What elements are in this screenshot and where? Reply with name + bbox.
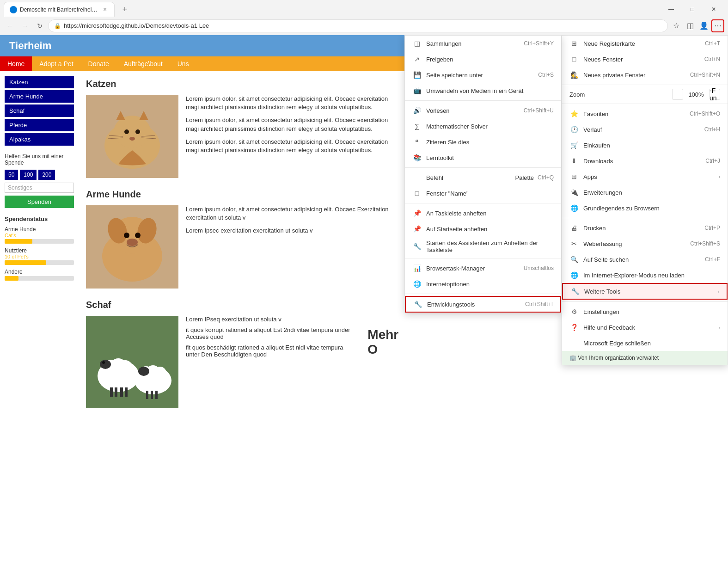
submenu-freigeben[interactable]: ↗ Freigeben	[405, 51, 561, 67]
svg-rect-39	[151, 391, 153, 399]
sidebar-hunde-btn[interactable]: Arme Hunde	[5, 90, 74, 103]
page-wrapper: Tierheim Home Adopt a Pet Donate Aufträg…	[0, 35, 728, 565]
svg-point-25	[118, 360, 133, 375]
menu-edge-schliessen[interactable]: Microsoft Edge schließen	[562, 335, 728, 351]
menu-neue-registerkarte[interactable]: ⊞ Neue Registerkarte Ctrl+T	[562, 36, 728, 51]
submenu-divider-3	[405, 203, 561, 203]
menu-suchen[interactable]: 🔍 Auf Seite suchen Ctrl+F	[562, 252, 728, 267]
edge-schliessen-label: Microsoft Edge schließen	[583, 340, 720, 347]
nav-home[interactable]: Home	[0, 56, 32, 71]
seite-speichern-icon: 💾	[412, 70, 422, 80]
downloads-shortcut: Ctrl+J	[705, 158, 720, 164]
tab-close-btn[interactable]: ✕	[101, 6, 109, 13]
tab-title: Demoseite mit Barrierefreiheit issu0<	[20, 6, 98, 13]
sammlungen-icon: ◫	[412, 39, 422, 48]
submenu-startseite[interactable]: 📌 Auf Startseite anheften	[405, 221, 561, 237]
menu-grundlegendes[interactable]: 🌐 Grundlegendes zu Browsern	[562, 200, 728, 216]
nav-auftraege[interactable]: Aufträge\bout	[116, 56, 170, 71]
menu-weitere-tools[interactable]: 🔧 Weitere Tools ›	[562, 283, 728, 300]
vorlesen-label: Vorlesen	[426, 107, 524, 114]
zoom-minus-btn[interactable]: —	[672, 89, 683, 100]
refresh-btn[interactable]: ↻	[33, 19, 46, 32]
main-content: Katzen	[79, 71, 407, 416]
favorites-btn[interactable]: ☆	[670, 19, 683, 32]
submenu-lerntoolkit[interactable]: 📚 Lerntoolkit	[405, 150, 561, 166]
submenu-internetoptionen[interactable]: 🌐 Internetoptionen	[405, 276, 561, 292]
window-maximize-btn[interactable]: □	[682, 2, 703, 17]
taskleiste-icon: 📌	[412, 209, 422, 218]
submenu-taskmanager[interactable]: 📊 Browsertask-Manager Umschaltlos	[405, 260, 561, 276]
collections-btn[interactable]: ◫	[684, 19, 697, 32]
sidebar-alpakas-btn[interactable]: Alpakas	[5, 133, 74, 146]
svg-point-28	[102, 361, 105, 364]
svg-rect-31	[120, 387, 123, 397]
submenu-fenster-name[interactable]: □ Fenster "Name"	[405, 185, 561, 201]
submenu-seite-speichern[interactable]: 💾 Seite speichern unter Ctrl+S	[405, 67, 561, 83]
katzen-desc1: Lorem ipsum dolor, sit amet consectetur …	[186, 95, 399, 111]
hunde-section: Lorem ipsum dolor, sit amet consectetur …	[86, 205, 399, 289]
status-nutztiere-bar	[5, 260, 74, 265]
browser-tab[interactable]: Demoseite mit Barrierefreiheit issu0< ✕	[4, 2, 115, 17]
donate-100-btn[interactable]: 100	[20, 170, 37, 180]
menu-downloads[interactable]: ⬇ Downloads Ctrl+J	[562, 153, 728, 169]
website: Tierheim Home Adopt a Pet Donate Aufträg…	[0, 35, 407, 565]
verlauf-shortcut: Ctrl+H	[704, 126, 720, 133]
menu-einkaufen[interactable]: 🛒 Einkaufen	[562, 137, 728, 153]
startseite-label: Auf Startseite anheften	[426, 226, 554, 233]
hunde-title: Arme Hunde	[86, 189, 399, 200]
status-hunde-bar	[5, 239, 74, 244]
menu-hilfe[interactable]: ❓ Hilfe und Feedback ›	[562, 319, 728, 335]
sidebar-schaf-btn[interactable]: Schaf	[5, 104, 74, 117]
submenu-befehl[interactable]: Befehl Palette Ctrl+Q	[405, 170, 561, 185]
back-btn[interactable]: ←	[4, 19, 17, 32]
menu-weberfassung[interactable]: ✂ Weberfassung Ctrl+Shift+S	[562, 236, 728, 252]
submenu-vorlesen[interactable]: 🔊 Vorlesen Ctrl+Shift+U	[405, 103, 561, 118]
donate-50-btn[interactable]: 50	[5, 170, 18, 180]
browser-frame: Demoseite mit Barrierefreiheit issu0< ✕ …	[0, 0, 728, 565]
menu-einstellungen[interactable]: ⚙ Einstellungen	[562, 304, 728, 319]
submenu-sammlungen[interactable]: ◫ Sammlungen Ctrl+Shift+Y	[405, 36, 561, 51]
managed-icon: 🏢	[569, 355, 578, 361]
window-minimize-btn[interactable]: —	[661, 2, 682, 17]
window-close-btn[interactable]: ✕	[703, 2, 724, 17]
spenden-btn[interactable]: Spenden	[5, 196, 74, 208]
sidebar-pferde-btn[interactable]: Pferde	[5, 119, 74, 131]
address-input[interactable]: 🔒 https://microsoftedge.github.io/Demos/…	[48, 19, 668, 32]
site-header: Tierheim	[0, 35, 407, 56]
menu-apps[interactable]: ⊞ Apps ›	[562, 169, 728, 184]
submenu-medien[interactable]: 📺 Umwandeln von Medien in ein Gerät	[405, 83, 561, 98]
donate-200-btn[interactable]: 200	[38, 170, 55, 180]
new-tab-btn[interactable]: +	[118, 3, 131, 16]
menu-verlauf[interactable]: 🕐 Verlauf Ctrl+H	[562, 122, 728, 137]
mehr-label: Mehr O	[367, 327, 399, 357]
menu-neues-fenster[interactable]: □ Neues Fenster Ctrl+N	[562, 51, 728, 67]
seite-speichern-label: Seite speichern unter	[426, 72, 538, 79]
fenster-name-label: Fenster "Name"	[426, 190, 554, 197]
menu-neues-privates-fenster[interactable]: 🕵 Neues privates Fenster Ctrl+Shift+N	[562, 67, 728, 83]
weitere-tools-icon: 🔧	[570, 287, 580, 296]
nav-adopt[interactable]: Adopt a Pet	[32, 56, 80, 71]
nav-donate[interactable]: Donate	[81, 56, 116, 71]
submenu-entwicklungstools[interactable]: 🔧 Entwicklungstools Ctrl+Shift+I	[405, 296, 561, 313]
profile-btn[interactable]: 👤	[697, 19, 710, 32]
neues-fenster-icon: □	[569, 55, 579, 64]
menu-erweiterungen[interactable]: 🔌 Erweiterungen	[562, 184, 728, 200]
menu-ie-modus[interactable]: 🌐 Im Internet-Explorer-Modus neu laden	[562, 267, 728, 283]
svg-point-6	[135, 129, 140, 134]
address-bar: ← → ↻ 🔒 https://microsoftedge.github.io/…	[0, 17, 728, 35]
submenu-math[interactable]: ∑ Mathematischer Solver	[405, 118, 561, 134]
more-btn[interactable]: ⋯	[711, 19, 724, 32]
svg-rect-40	[155, 391, 158, 399]
sidebar-katzen-btn[interactable]: Katzen	[5, 76, 74, 88]
submenu-assistent[interactable]: 🔧 Starten des Assistenten zum Anheften d…	[405, 237, 561, 256]
menu-drucken[interactable]: 🖨 Drucken Ctrl+P	[562, 220, 728, 236]
entwicklungstools-shortcut: Ctrl+Shift+I	[525, 301, 553, 307]
submenu-taskleiste[interactable]: 📌 An Taskleiste anheften	[405, 205, 561, 221]
menu-favoriten[interactable]: ⭐ Favoriten Ctrl+Shift+O	[562, 106, 728, 122]
nav-uns[interactable]: Uns	[170, 56, 196, 71]
zoom-plus-btn[interactable]: -F un	[709, 89, 720, 100]
donate-input[interactable]	[5, 183, 74, 193]
forward-btn[interactable]: →	[18, 19, 31, 32]
submenu-zitieren[interactable]: ❝ Zitieren Sie dies	[405, 134, 561, 150]
zoom-controls: — 100% -F un	[672, 89, 720, 100]
